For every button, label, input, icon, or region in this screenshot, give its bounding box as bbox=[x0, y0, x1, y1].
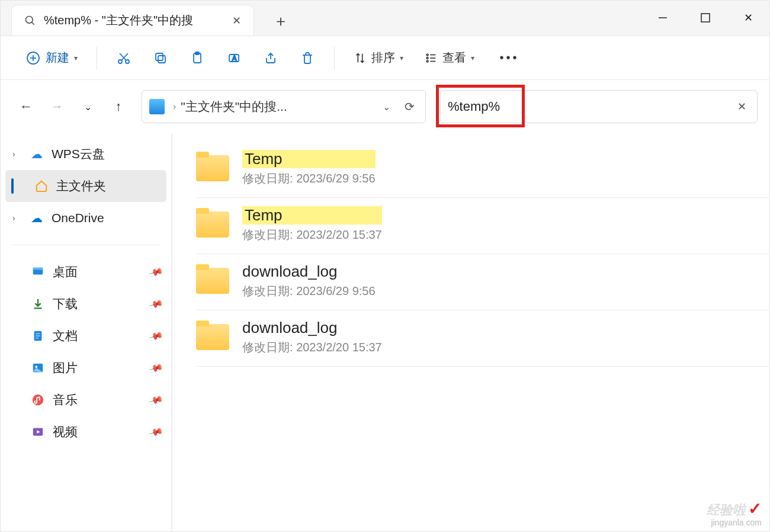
result-name: Temp bbox=[242, 150, 376, 168]
forward-button[interactable]: → bbox=[43, 93, 70, 120]
search-icon bbox=[23, 13, 38, 28]
recent-button[interactable]: ⌄ bbox=[74, 93, 101, 120]
sidebar-label: 主文件夹 bbox=[56, 178, 106, 194]
sidebar-item-home[interactable]: 主文件夹 bbox=[5, 170, 166, 202]
sidebar-label: WPS云盘 bbox=[52, 146, 105, 162]
breadcrumb[interactable]: "主文件夹"中的搜... bbox=[181, 98, 374, 115]
search-input[interactable] bbox=[448, 99, 734, 114]
more-button[interactable]: ••• bbox=[495, 44, 524, 72]
result-date: 2023/2/20 15:37 bbox=[296, 228, 382, 241]
result-meta: 修改日期: 2023/2/20 15:37 bbox=[242, 339, 382, 355]
search-box[interactable]: ✕ bbox=[440, 90, 758, 123]
copy-button[interactable] bbox=[146, 44, 175, 72]
sidebar: › ☁ WPS云盘 主文件夹 › ☁ OneDrive 桌面 📌 bbox=[1, 133, 172, 531]
active-tab[interactable]: %temp% - "主文件夹"中的搜 ✕ bbox=[11, 5, 254, 36]
more-icon: ••• bbox=[499, 51, 519, 65]
chevron-down-icon: ▾ bbox=[400, 54, 403, 62]
svg-point-21 bbox=[426, 57, 428, 59]
toolbar: 新建 ▾ A 排序 ▾ 查看 ▾ ••• bbox=[1, 36, 769, 80]
svg-text:A: A bbox=[232, 55, 237, 62]
clear-search-button[interactable]: ✕ bbox=[734, 100, 750, 113]
svg-rect-3 bbox=[701, 14, 710, 22]
share-icon bbox=[264, 51, 278, 65]
new-label: 新建 bbox=[46, 50, 69, 66]
sidebar-divider bbox=[11, 245, 161, 245]
titlebar: %temp% - "主文件夹"中的搜 ✕ ＋ ✕ bbox=[1, 1, 769, 36]
check-icon: ✓ bbox=[748, 499, 762, 518]
folder-icon bbox=[196, 324, 229, 350]
sidebar-label: OneDrive bbox=[52, 211, 104, 225]
result-row[interactable]: Temp修改日期: 2023/6/29 9:56 bbox=[196, 142, 769, 198]
sidebar-item-videos[interactable]: 视频 📌 bbox=[1, 416, 171, 448]
result-meta: 修改日期: 2023/2/20 15:37 bbox=[242, 227, 382, 243]
separator bbox=[97, 46, 97, 70]
minimize-button[interactable] bbox=[641, 0, 684, 36]
sidebar-item-documents[interactable]: 文档 📌 bbox=[1, 320, 171, 352]
pin-icon: 📌 bbox=[148, 392, 164, 408]
new-tab-button[interactable]: ＋ bbox=[272, 12, 290, 30]
window-controls: ✕ bbox=[641, 0, 769, 36]
maximize-button[interactable] bbox=[684, 0, 727, 36]
onedrive-icon: ☁ bbox=[29, 210, 44, 226]
sidebar-item-downloads[interactable]: 下载 📌 bbox=[1, 288, 171, 320]
sidebar-item-wps[interactable]: › ☁ WPS云盘 bbox=[1, 138, 171, 170]
result-row[interactable]: Temp修改日期: 2023/2/20 15:37 bbox=[196, 198, 769, 254]
meta-label: 修改日期: bbox=[242, 228, 296, 241]
result-info: Temp修改日期: 2023/6/29 9:56 bbox=[242, 150, 376, 187]
sidebar-item-onedrive[interactable]: › ☁ OneDrive bbox=[1, 202, 171, 234]
result-name: Temp bbox=[242, 206, 382, 225]
chevron-down-icon: ▾ bbox=[74, 54, 78, 62]
result-name: download_log bbox=[242, 262, 376, 281]
pin-icon: 📌 bbox=[148, 424, 164, 440]
sidebar-item-pictures[interactable]: 图片 📌 bbox=[1, 352, 171, 384]
sort-button[interactable]: 排序 ▾ bbox=[346, 44, 410, 72]
close-window-button[interactable]: ✕ bbox=[727, 0, 769, 36]
pin-icon: 📌 bbox=[148, 328, 164, 344]
rename-icon: A bbox=[227, 51, 241, 65]
up-button[interactable]: ↑ bbox=[105, 93, 132, 120]
svg-line-1 bbox=[32, 22, 34, 24]
result-info: Temp修改日期: 2023/2/20 15:37 bbox=[242, 206, 382, 243]
separator bbox=[334, 46, 335, 70]
results-pane: Temp修改日期: 2023/6/29 9:56Temp修改日期: 2023/2… bbox=[172, 133, 769, 531]
chevron-down-icon: ▾ bbox=[471, 54, 474, 62]
result-row[interactable]: download_log修改日期: 2023/2/20 15:37 bbox=[196, 310, 769, 367]
view-button[interactable]: 查看 ▾ bbox=[418, 44, 482, 72]
sidebar-item-music[interactable]: 音乐 📌 bbox=[1, 384, 171, 416]
document-icon bbox=[30, 328, 46, 344]
back-button[interactable]: ← bbox=[12, 93, 40, 120]
close-tab-button[interactable]: ✕ bbox=[227, 12, 245, 30]
sidebar-label: 桌面 bbox=[53, 264, 78, 280]
download-icon bbox=[30, 296, 46, 312]
delete-button[interactable] bbox=[293, 44, 322, 72]
meta-label: 修改日期: bbox=[242, 341, 296, 354]
paste-button[interactable] bbox=[182, 44, 212, 72]
rename-button[interactable]: A bbox=[219, 44, 249, 72]
cloud-icon: ☁ bbox=[29, 146, 44, 162]
sidebar-label: 视频 bbox=[53, 424, 78, 440]
refresh-button[interactable]: ⟳ bbox=[399, 100, 421, 114]
svg-point-19 bbox=[426, 54, 428, 56]
result-info: download_log修改日期: 2023/2/20 15:37 bbox=[242, 319, 382, 355]
address-bar[interactable]: › "主文件夹"中的搜... ⌄ ⟳ bbox=[142, 90, 426, 123]
svg-rect-12 bbox=[156, 53, 163, 60]
result-name: download_log bbox=[242, 319, 382, 337]
plus-circle-icon bbox=[25, 50, 41, 66]
result-meta: 修改日期: 2023/6/29 9:56 bbox=[242, 283, 376, 299]
video-icon bbox=[30, 424, 46, 440]
copy-icon bbox=[153, 51, 168, 65]
expand-icon[interactable]: › bbox=[12, 213, 22, 223]
new-button[interactable]: 新建 ▾ bbox=[18, 44, 85, 72]
folder-icon bbox=[196, 268, 229, 294]
view-icon bbox=[425, 52, 438, 65]
sidebar-label: 文档 bbox=[53, 328, 78, 344]
sidebar-item-desktop[interactable]: 桌面 📌 bbox=[1, 256, 171, 288]
result-row[interactable]: download_log修改日期: 2023/6/29 9:56 bbox=[196, 254, 769, 310]
location-icon bbox=[149, 99, 165, 114]
expand-icon[interactable]: › bbox=[12, 149, 22, 159]
address-row: ← → ⌄ ↑ › "主文件夹"中的搜... ⌄ ⟳ ✕ bbox=[1, 80, 769, 133]
cut-button[interactable] bbox=[109, 44, 139, 72]
result-date: 2023/6/29 9:56 bbox=[296, 284, 375, 297]
breadcrumb-dropdown[interactable]: ⌄ bbox=[374, 101, 399, 113]
share-button[interactable] bbox=[256, 44, 285, 72]
